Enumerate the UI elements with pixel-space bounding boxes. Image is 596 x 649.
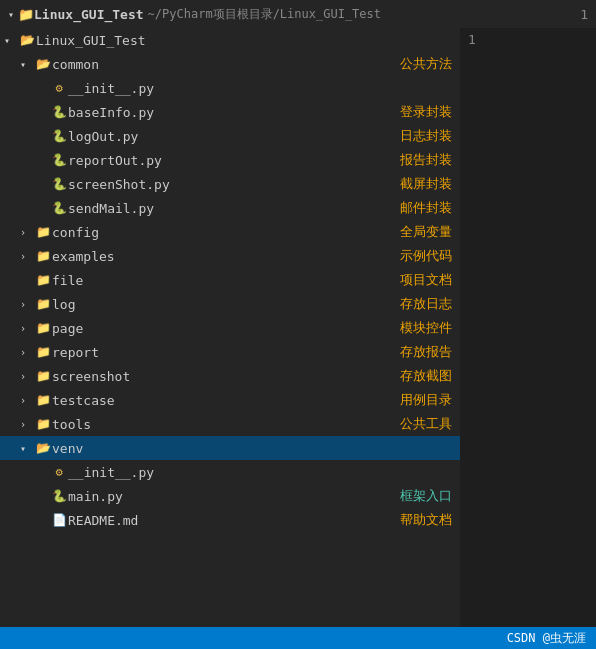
tree-item-baseinfo[interactable]: 🐍 baseInfo.py 登录封装 — [0, 100, 460, 124]
item-comment-examples: 示例代码 — [400, 247, 460, 265]
item-comment-readme: 帮助文档 — [400, 511, 460, 529]
tree-item-tools[interactable]: 📁 tools 公共工具 — [0, 412, 460, 436]
icon-sendmail: 🐍 — [50, 200, 68, 216]
folder-icon-screenshot-dir: 📁 — [34, 368, 52, 384]
item-name-common: common — [52, 57, 392, 72]
footer-text: CSDN @虫无涯 — [507, 630, 586, 647]
tree-item-main[interactable]: 🐍 main.py 框架入口 — [0, 484, 460, 508]
tree-item-page[interactable]: 📁 page 模块控件 — [0, 316, 460, 340]
icon-logout: 🐍 — [50, 128, 68, 144]
header-line-number: 1 — [580, 7, 588, 22]
item-name-tools: tools — [52, 417, 392, 432]
folder-icon-testcase: 📁 — [34, 392, 52, 408]
icon-readme: 📄 — [50, 512, 68, 528]
item-name-testcase: testcase — [52, 393, 392, 408]
line-1: 1 — [468, 32, 588, 47]
item-name-log: log — [52, 297, 392, 312]
header-collapse-arrow[interactable]: ▾ — [8, 9, 14, 20]
item-name-baseinfo: baseInfo.py — [68, 105, 392, 120]
item-name-screenshot-dir: screenshot — [52, 369, 392, 384]
file-tree: 📂 Linux_GUI_Test 📂 common 公共方法 ⚙ __init_… — [0, 28, 460, 627]
icon-main: 🐍 — [50, 488, 68, 504]
item-comment-main: 框架入口 — [400, 487, 460, 505]
arrow-testcase — [20, 395, 34, 406]
folder-icon-page: 📁 — [34, 320, 52, 336]
tree-item-root[interactable]: 📂 Linux_GUI_Test — [0, 28, 460, 52]
tree-item-config[interactable]: 📁 config 全局变量 — [0, 220, 460, 244]
tree-item-screenshot[interactable]: 🐍 screenShot.py 截屏封装 — [0, 172, 460, 196]
item-comment-page: 模块控件 — [400, 319, 460, 337]
right-panel: 1 — [460, 28, 596, 627]
item-comment-logout: 日志封装 — [400, 127, 460, 145]
item-name-page: page — [52, 321, 392, 336]
icon-reportout: 🐍 — [50, 152, 68, 168]
item-name-init2: __init__.py — [68, 465, 444, 480]
item-name-venv: venv — [52, 441, 444, 456]
arrow-log — [20, 299, 34, 310]
tree-item-init1[interactable]: ⚙ __init__.py — [0, 76, 460, 100]
tree-item-log[interactable]: 📁 log 存放日志 — [0, 292, 460, 316]
item-name-main: main.py — [68, 489, 392, 504]
arrow-screenshot-dir — [20, 371, 34, 382]
tree-item-readme[interactable]: 📄 README.md 帮助文档 — [0, 508, 460, 532]
tree-item-screenshot-dir[interactable]: 📁 screenshot 存放截图 — [0, 364, 460, 388]
tree-item-sendmail[interactable]: 🐍 sendMail.py 邮件封装 — [0, 196, 460, 220]
header-folder-icon: 📁 — [18, 7, 34, 22]
item-name-sendmail: sendMail.py — [68, 201, 392, 216]
folder-icon-tools: 📁 — [34, 416, 52, 432]
item-comment-common: 公共方法 — [400, 55, 460, 73]
item-comment-tools: 公共工具 — [400, 415, 460, 433]
item-comment-baseinfo: 登录封装 — [400, 103, 460, 121]
arrow-tools — [20, 419, 34, 430]
tree-item-testcase[interactable]: 📁 testcase 用例目录 — [0, 388, 460, 412]
arrow-venv — [20, 443, 34, 454]
folder-icon-log: 📁 — [34, 296, 52, 312]
item-name-examples: examples — [52, 249, 392, 264]
icon-init1: ⚙ — [50, 80, 68, 96]
item-name-file: file — [52, 273, 392, 288]
item-name-init1: __init__.py — [68, 81, 444, 96]
item-name-config: config — [52, 225, 392, 240]
folder-icon-config: 📁 — [34, 224, 52, 240]
tree-item-file[interactable]: 📁 file 项目文档 — [0, 268, 460, 292]
scrollbar[interactable] — [582, 28, 596, 627]
folder-icon-common: 📂 — [34, 56, 52, 72]
item-name-screenshot: screenShot.py — [68, 177, 392, 192]
line-numbers: 1 — [460, 28, 596, 51]
arrow-page — [20, 323, 34, 334]
tree-item-init2[interactable]: ⚙ __init__.py — [0, 460, 460, 484]
item-name-root: Linux_GUI_Test — [36, 33, 444, 48]
icon-baseinfo: 🐍 — [50, 104, 68, 120]
item-comment-report: 存放报告 — [400, 343, 460, 361]
folder-icon-file: 📁 — [34, 272, 52, 288]
header-path: ~/PyCharm项目根目录/Linux_GUI_Test — [148, 6, 381, 23]
icon-init2: ⚙ — [50, 464, 68, 480]
header-project-title: Linux_GUI_Test — [34, 7, 144, 22]
arrow-config — [20, 227, 34, 238]
arrow-common — [20, 59, 34, 70]
item-comment-config: 全局变量 — [400, 223, 460, 241]
header: ▾ 📁 Linux_GUI_Test ~/PyCharm项目根目录/Linux_… — [0, 0, 596, 28]
icon-screenshot: 🐍 — [50, 176, 68, 192]
tree-item-examples[interactable]: 📁 examples 示例代码 — [0, 244, 460, 268]
item-comment-reportout: 报告封装 — [400, 151, 460, 169]
item-name-reportout: reportOut.py — [68, 153, 392, 168]
tree-item-logout[interactable]: 🐍 logOut.py 日志封装 — [0, 124, 460, 148]
folder-icon-venv: 📂 — [34, 440, 52, 456]
arrow-report — [20, 347, 34, 358]
footer-bar: CSDN @虫无涯 — [0, 627, 596, 649]
item-comment-screenshot: 截屏封装 — [400, 175, 460, 193]
tree-item-common[interactable]: 📂 common 公共方法 — [0, 52, 460, 76]
arrow-examples — [20, 251, 34, 262]
item-name-report: report — [52, 345, 392, 360]
arrow-root — [4, 35, 18, 46]
folder-icon-root: 📂 — [18, 32, 36, 48]
tree-item-venv[interactable]: 📂 venv — [0, 436, 460, 460]
item-comment-screenshot-dir: 存放截图 — [400, 367, 460, 385]
tree-item-reportout[interactable]: 🐍 reportOut.py 报告封装 — [0, 148, 460, 172]
tree-item-report[interactable]: 📁 report 存放报告 — [0, 340, 460, 364]
item-comment-log: 存放日志 — [400, 295, 460, 313]
folder-icon-report: 📁 — [34, 344, 52, 360]
item-name-logout: logOut.py — [68, 129, 392, 144]
item-comment-testcase: 用例目录 — [400, 391, 460, 409]
